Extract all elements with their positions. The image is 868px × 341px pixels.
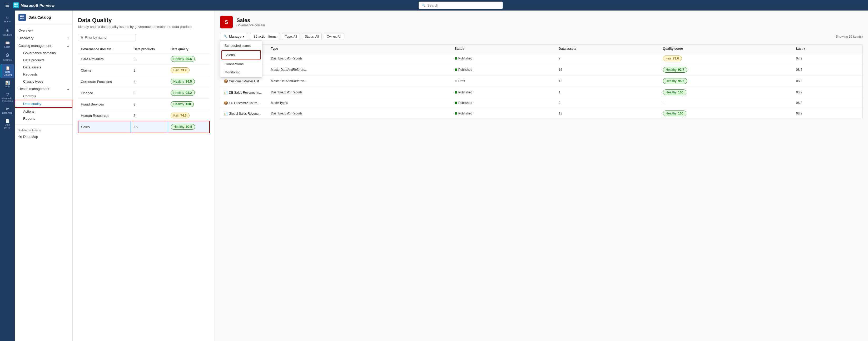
- audit-icon: 📊: [5, 80, 10, 85]
- sidebar: Data Catalog Overview Discovery ▾ Catalo…: [15, 10, 73, 341]
- sidebar-item-actions[interactable]: Actions: [15, 108, 72, 115]
- rail-home[interactable]: ⌂ Home: [1, 13, 14, 25]
- detail-item-assets: 12: [556, 75, 659, 87]
- sidebar-item-requests[interactable]: Requests: [15, 71, 72, 78]
- manage-dropdown-container: 🔧 Manage ▾ Scheduled scans Alerts C: [220, 33, 248, 40]
- filter-status[interactable]: Status: All: [302, 33, 322, 40]
- sidebar-item-data-map[interactable]: 🗺 Data Map: [15, 133, 72, 140]
- domain-name: Fraud Services: [78, 99, 131, 110]
- table-row[interactable]: Human Resources 5 Fair 74.3: [78, 110, 209, 121]
- status-dot: [455, 112, 457, 115]
- detail-row[interactable]: 📦 EU Customer Churn ... ModelTypes Publi…: [220, 98, 863, 108]
- sidebar-item-reports[interactable]: Reports: [15, 115, 72, 122]
- detail-item-status: Published: [452, 108, 556, 119]
- detail-item-type: DashboardsOrReports: [268, 108, 452, 119]
- sidebar-item-catalog-management[interactable]: Catalog management ▴: [15, 42, 72, 49]
- detail-item-score: Healthy 100: [660, 108, 793, 119]
- quality-score: Healthy 86.5: [168, 76, 209, 88]
- hamburger-menu[interactable]: ☰: [4, 2, 10, 9]
- svg-rect-4: [20, 15, 22, 17]
- domain-name: Finance: [78, 88, 131, 99]
- detail-row[interactable]: 📊 DashboardsOrReports Published 7 Fair 7…: [220, 53, 863, 64]
- detail-item-last: 08/2: [793, 64, 863, 75]
- detail-row[interactable]: 📊 Global Sales Revenu... DashboardsOrRep…: [220, 108, 863, 119]
- detail-col-quality-score: Quality score: [660, 45, 793, 53]
- domain-avatar: S: [220, 16, 233, 28]
- table-row[interactable]: Corporate Functions 4 Healthy 86.5: [78, 76, 209, 88]
- sidebar-item-discovery[interactable]: Discovery ▾: [15, 34, 72, 42]
- filter-bar: ⊞ Filter by name: [78, 34, 209, 41]
- detail-item-last: 06/2: [793, 98, 863, 108]
- dropdown-scheduled-scans[interactable]: Scheduled scans: [220, 41, 262, 50]
- rail-data-catalog[interactable]: 📋 Data Catalog: [1, 64, 14, 78]
- quality-score: Healthy 90.5: [168, 121, 209, 133]
- rail-audit[interactable]: 📊 Audit: [1, 79, 14, 90]
- product-count: 6: [131, 88, 168, 99]
- sort-icon: ↑: [112, 48, 114, 50]
- filter-type[interactable]: Type: All: [282, 33, 300, 40]
- sidebar-item-controls[interactable]: Controls: [15, 93, 72, 100]
- domain-name: Claims: [78, 65, 131, 76]
- search-icon: 🔍: [422, 3, 426, 7]
- manage-dropdown-menu: Scheduled scans Alerts Connections Monit…: [220, 40, 262, 78]
- sidebar-catalog-icon: [19, 14, 26, 21]
- rail-data-policy[interactable]: 📄 Data policy: [1, 117, 14, 131]
- detail-row[interactable]: 📦 Customer Master List MasterDataAndRefe…: [220, 75, 863, 87]
- detail-item-name: 📊 Global Sales Revenu...: [220, 108, 268, 119]
- dropdown-connections[interactable]: Connections: [220, 60, 262, 68]
- search-bar[interactable]: 🔍: [418, 2, 503, 9]
- item-type-icon: 📊: [223, 111, 228, 115]
- detail-col-last[interactable]: Last ▲: [793, 45, 863, 53]
- data-quality-table: Governance domain ↑ Data products Data q…: [78, 45, 209, 133]
- quality-score: Healthy 93.2: [168, 88, 209, 99]
- sidebar-item-data-assets[interactable]: Data assets: [15, 64, 72, 71]
- detail-item-score: Healthy 95.2: [660, 75, 793, 87]
- rail-settings[interactable]: ⚙ Settings: [1, 51, 14, 63]
- sidebar-item-data-quality[interactable]: Data quality: [15, 100, 72, 108]
- svg-rect-5: [22, 15, 24, 17]
- manage-button[interactable]: 🔧 Manage ▾: [220, 33, 248, 40]
- rail-data-map[interactable]: 🗺 Data Map: [1, 105, 14, 116]
- sidebar-item-governance-domains[interactable]: Governance domains: [15, 49, 72, 57]
- status-dot: ✏: [455, 79, 457, 83]
- table-row[interactable]: Finance 6 Healthy 93.2: [78, 88, 209, 99]
- top-bar: ☰ Microsoft Purview 🔍: [0, 0, 868, 10]
- sidebar-item-health-management[interactable]: Health management ▴: [15, 85, 72, 93]
- dropdown-alerts[interactable]: Alerts: [221, 50, 261, 60]
- detail-item-name: 📊 DE Sales Revenue In...: [220, 87, 268, 98]
- rail-solutions[interactable]: ⊞ Solutions: [1, 26, 14, 38]
- rail-info-protection[interactable]: 🛡 Information Protection: [1, 91, 14, 104]
- sidebar-item-classic-types[interactable]: Classic types: [15, 78, 72, 85]
- col-governance-domain[interactable]: Governance domain ↑: [78, 45, 131, 54]
- status-dot: [455, 68, 457, 71]
- filter-owner[interactable]: Owner: All: [324, 33, 344, 40]
- rail-learn[interactable]: 📖 Learn: [1, 39, 14, 50]
- search-input[interactable]: [427, 3, 500, 7]
- page-subtitle: Identify and fix data quality issues by …: [78, 25, 209, 29]
- detail-row[interactable]: 📦 MasterDataAndReferen... Published 16 H…: [220, 64, 863, 75]
- filter-placeholder: Filter by name: [85, 36, 106, 39]
- action-items-button[interactable]: 86 action items: [250, 33, 280, 40]
- detail-item-assets: 7: [556, 53, 659, 64]
- dropdown-monitoring[interactable]: Monitoring: [220, 68, 262, 76]
- product-count: 3: [131, 99, 168, 110]
- logo-icon: [13, 2, 19, 8]
- filter-input[interactable]: ⊞ Filter by name: [78, 34, 136, 41]
- table-row[interactable]: Claims 2 Fair 73.9: [78, 65, 209, 76]
- sidebar-item-data-products[interactable]: Data products: [15, 57, 72, 64]
- item-type-icon: 📦: [223, 79, 228, 83]
- table-row-sales[interactable]: Sales 15 Healthy 90.5: [78, 121, 209, 133]
- detail-row[interactable]: 📊 DE Sales Revenue In... DashboardsOrRep…: [220, 87, 863, 98]
- sidebar-item-overview[interactable]: Overview: [15, 27, 72, 34]
- svg-rect-7: [22, 18, 24, 19]
- product-count: 2: [131, 65, 168, 76]
- table-row[interactable]: Care Providers 3 Healthy 89.6: [78, 54, 209, 65]
- health-chevron: ▴: [67, 88, 69, 90]
- detail-item-score: Healthy 100: [660, 87, 793, 98]
- detail-header: S Sales Governance domain: [220, 16, 863, 28]
- manage-icon: 🔧: [223, 34, 228, 38]
- catalog-chevron: ▴: [67, 44, 69, 47]
- detail-item-name: 📦 EU Customer Churn ...: [220, 98, 268, 108]
- table-row[interactable]: Fraud Services 3 Healthy 100: [78, 99, 209, 110]
- detail-item-score: --: [660, 98, 793, 108]
